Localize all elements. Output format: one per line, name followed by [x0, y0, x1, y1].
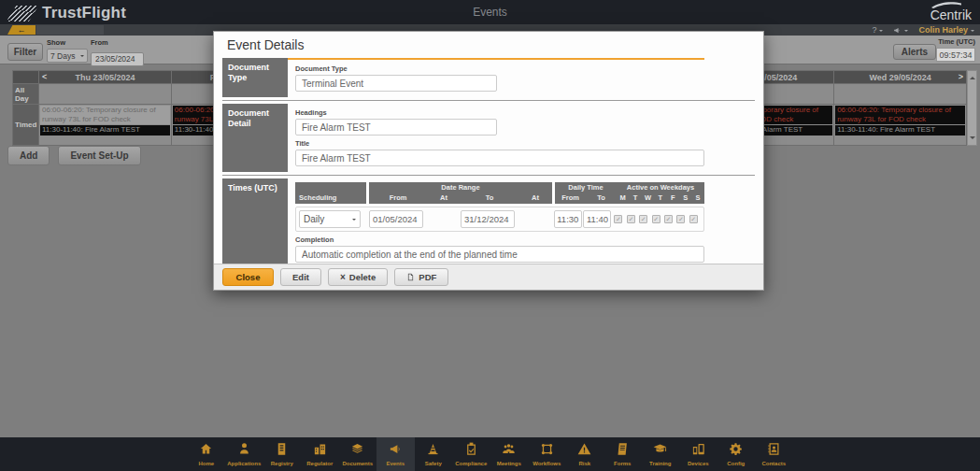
weekday-checkbox-0[interactable]: ✓: [614, 215, 622, 223]
weekday-checkbox-4[interactable]: ✓: [664, 215, 673, 223]
day-header-label: Thu 23/05/2024: [75, 73, 135, 82]
event-setup-button[interactable]: Event Set-Up: [58, 146, 140, 165]
weekday-checkbox-3[interactable]: ✓: [652, 215, 660, 223]
nav-item-safety[interactable]: Safety: [415, 437, 453, 471]
all-day-cell: [39, 83, 171, 104]
section-label-document-type: Document Type: [222, 58, 288, 97]
time-utc-label: Time (UTC): [936, 37, 975, 46]
weekday-checkbox-6[interactable]: ✓: [689, 215, 698, 223]
scroll-down-icon[interactable]: [970, 136, 975, 142]
nav-item-home[interactable]: Home: [188, 437, 226, 471]
nav-item-label: Config: [727, 461, 745, 466]
nav-item-events[interactable]: Events: [376, 437, 415, 471]
daily-time-from-input[interactable]: [554, 210, 582, 228]
date-from-col-label: From: [369, 193, 427, 204]
weekday-checkbox-cell: ✓: [662, 215, 675, 223]
weekday-checkbox-cell: ✓: [637, 215, 649, 223]
daily-to-col-label: To: [586, 193, 617, 204]
headings-label: Headings: [295, 108, 704, 117]
nav-item-label: Documents: [342, 461, 373, 466]
back-button[interactable]: ←: [7, 25, 36, 35]
weekday-letter: T: [654, 193, 666, 204]
pdf-button[interactable]: PDF: [394, 268, 448, 286]
headings-input[interactable]: [295, 119, 497, 136]
user-menu[interactable]: Colin Harley: [918, 25, 974, 35]
nav-item-contacts[interactable]: Contacts: [755, 437, 793, 471]
page-title: Events: [0, 6, 980, 19]
day-header: Thu 23/05/2024<: [39, 71, 171, 83]
nav-item-label: Safety: [425, 461, 442, 466]
nav-item-compliance[interactable]: Compliance: [452, 437, 490, 471]
event-runway-closure[interactable]: 06:00-06:20: Temporary closure of runway…: [40, 106, 170, 124]
documents-icon: [350, 442, 364, 456]
nav-item-label: Contacts: [761, 461, 786, 466]
nav-item-label: Forms: [614, 461, 631, 466]
weekday-checkbox-2[interactable]: ✓: [639, 215, 647, 223]
nav-item-label: Compliance: [455, 461, 487, 466]
completion-input[interactable]: [295, 246, 704, 263]
event-fire-alarm[interactable]: 11:30-11:40: Fire Alarm TEST: [835, 125, 965, 136]
calendar-scrollbar[interactable]: [967, 70, 977, 146]
centrik-logo: Centrik: [930, 1, 972, 22]
edit-button[interactable]: Edit: [280, 268, 321, 286]
pdf-button-label: PDF: [419, 272, 436, 282]
event-details-modal: Event Details Document Type Document Typ…: [213, 31, 764, 291]
weekday-checkbox-1[interactable]: ✓: [627, 215, 635, 223]
collapsed-tab[interactable]: [36, 25, 104, 35]
chevron-down-icon: [352, 219, 356, 222]
date-to-input[interactable]: [461, 210, 515, 228]
scheduling-select[interactable]: Daily: [299, 210, 361, 228]
applications-icon: [237, 442, 251, 456]
chevron-down-icon: [80, 55, 84, 59]
calendar-next-button[interactable]: >: [959, 72, 963, 81]
filter-button[interactable]: Filter: [7, 43, 43, 61]
nav-item-label: Workflows: [533, 461, 561, 466]
alerts-button[interactable]: Alerts: [893, 44, 936, 60]
from-date-input[interactable]: [91, 52, 144, 66]
delete-x-icon: ×: [340, 273, 346, 282]
nav-item-applications[interactable]: Applications: [225, 437, 263, 471]
nav-item-workflows[interactable]: Workflows: [528, 437, 566, 471]
document-type-input[interactable]: [295, 75, 497, 92]
chevron-down-icon: [904, 30, 908, 34]
nav-item-label: Events: [386, 461, 405, 466]
date-from-input[interactable]: [369, 210, 423, 228]
section-document-type: Document Type Document Type: [222, 58, 755, 97]
date-range-header: Date Range From At To At: [369, 182, 552, 204]
nav-item-regulator[interactable]: Regulator: [301, 437, 339, 471]
all-day-cell: [834, 83, 966, 104]
delete-button[interactable]: × Delete: [328, 268, 388, 286]
config-icon: [729, 442, 743, 456]
nav-item-registry[interactable]: Registry: [263, 437, 302, 471]
section-divider: [222, 100, 755, 101]
title-input[interactable]: [295, 150, 704, 166]
weekday-checkbox-cell: ✓: [688, 215, 700, 223]
weekday-checkbox-cell: ✓: [612, 215, 624, 223]
scroll-up-icon[interactable]: [970, 74, 975, 79]
registry-icon: [275, 442, 289, 456]
nav-item-training[interactable]: Training: [642, 437, 680, 471]
nav-item-devices[interactable]: Devices: [679, 437, 717, 471]
compliance-icon: [464, 442, 478, 456]
date-to-col-label: To: [461, 193, 518, 204]
calendar-prev-button[interactable]: <: [42, 72, 47, 81]
event-runway-closure[interactable]: 06:00-06:20: Temporary closure of runway…: [835, 106, 965, 124]
weekday-letter: T: [629, 193, 641, 204]
help-menu[interactable]: ?: [872, 25, 883, 35]
calendar-corner-cell: [13, 71, 38, 83]
nav-item-risk[interactable]: Risk: [566, 437, 604, 471]
announcements-menu[interactable]: [893, 26, 908, 35]
weekday-checkbox-5[interactable]: ✓: [676, 215, 685, 223]
weekday-letter: S: [691, 193, 703, 204]
modal-body: Document Type Document Type Document Det…: [214, 58, 763, 270]
event-fire-alarm[interactable]: 11:30-11:40: Fire Alarm TEST: [40, 125, 170, 136]
daily-time-to-input[interactable]: [583, 210, 611, 228]
show-select[interactable]: 7 Days: [47, 49, 88, 63]
events-icon: [389, 442, 403, 456]
nav-item-forms[interactable]: Forms: [604, 437, 642, 471]
nav-item-documents[interactable]: Documents: [339, 437, 377, 471]
add-button[interactable]: Add: [7, 146, 50, 165]
nav-item-meetings[interactable]: Meetings: [490, 437, 529, 471]
nav-item-config[interactable]: Config: [717, 437, 756, 471]
close-button[interactable]: Close: [222, 268, 274, 286]
